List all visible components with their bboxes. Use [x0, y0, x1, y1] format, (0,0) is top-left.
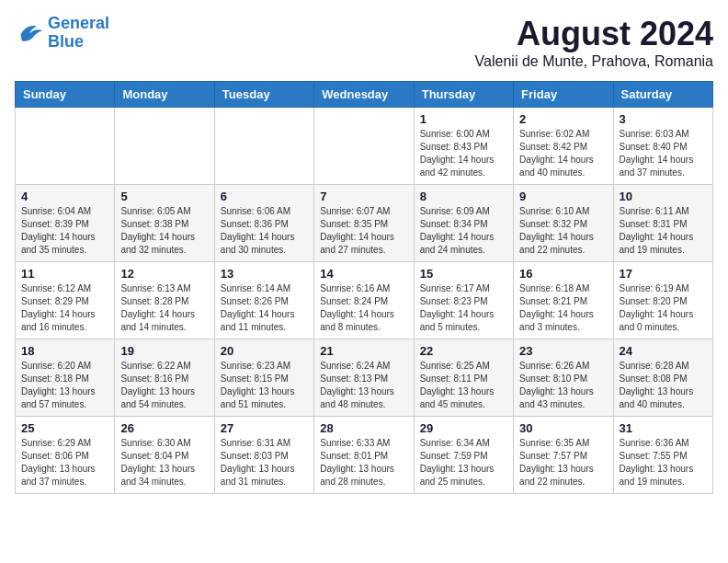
weekday-header-thursday: Thursday	[414, 82, 513, 108]
day-info: Sunrise: 6:24 AM Sunset: 8:13 PM Dayligh…	[320, 360, 407, 411]
logo-text: General Blue	[48, 15, 109, 52]
day-info: Sunrise: 6:19 AM Sunset: 8:20 PM Dayligh…	[620, 282, 707, 334]
calendar-cell: 17Sunrise: 6:19 AM Sunset: 8:20 PM Dayli…	[613, 262, 712, 339]
day-number: 30	[519, 421, 607, 435]
calendar-header: SundayMondayTuesdayWednesdayThursdayFrid…	[16, 82, 713, 108]
calendar-cell: 20Sunrise: 6:23 AM Sunset: 8:15 PM Dayli…	[214, 339, 313, 417]
day-number: 28	[320, 421, 407, 435]
calendar-body: 1Sunrise: 6:00 AM Sunset: 8:43 PM Daylig…	[16, 108, 713, 494]
calendar-cell: 18Sunrise: 6:20 AM Sunset: 8:18 PM Dayli…	[16, 339, 115, 417]
day-info: Sunrise: 6:17 AM Sunset: 8:23 PM Dayligh…	[420, 282, 507, 334]
calendar-cell: 6Sunrise: 6:06 AM Sunset: 8:36 PM Daylig…	[214, 185, 313, 262]
logo: General Blue	[15, 15, 109, 52]
calendar-cell: 3Sunrise: 6:03 AM Sunset: 8:40 PM Daylig…	[613, 108, 712, 185]
location-subtitle: Valenii de Munte, Prahova, Romania	[475, 53, 713, 70]
day-number: 12	[120, 267, 208, 281]
day-number: 6	[221, 190, 308, 203]
calendar-cell: 14Sunrise: 6:16 AM Sunset: 8:24 PM Dayli…	[314, 262, 414, 339]
day-info: Sunrise: 6:28 AM Sunset: 8:08 PM Dayligh…	[620, 360, 707, 411]
calendar-cell: 31Sunrise: 6:36 AM Sunset: 7:55 PM Dayli…	[613, 417, 712, 494]
day-info: Sunrise: 6:18 AM Sunset: 8:21 PM Dayligh…	[519, 282, 607, 334]
day-number: 25	[21, 421, 108, 435]
calendar-cell: 13Sunrise: 6:14 AM Sunset: 8:26 PM Dayli…	[214, 262, 313, 339]
day-info: Sunrise: 6:20 AM Sunset: 8:18 PM Dayligh…	[21, 360, 108, 411]
day-info: Sunrise: 6:23 AM Sunset: 8:15 PM Dayligh…	[221, 360, 308, 411]
day-info: Sunrise: 6:33 AM Sunset: 8:01 PM Dayligh…	[320, 437, 407, 488]
day-number: 15	[420, 267, 507, 281]
day-number: 24	[620, 344, 707, 358]
day-number: 22	[420, 344, 507, 358]
month-title: August 2024	[475, 15, 713, 53]
weekday-header-saturday: Saturday	[613, 82, 712, 108]
day-info: Sunrise: 6:31 AM Sunset: 8:03 PM Dayligh…	[221, 437, 308, 488]
day-number: 3	[620, 112, 707, 126]
day-info: Sunrise: 6:13 AM Sunset: 8:28 PM Dayligh…	[120, 282, 208, 334]
calendar-cell: 9Sunrise: 6:10 AM Sunset: 8:32 PM Daylig…	[514, 185, 613, 262]
day-info: Sunrise: 6:11 AM Sunset: 8:31 PM Dayligh…	[620, 205, 707, 257]
calendar-cell: 27Sunrise: 6:31 AM Sunset: 8:03 PM Dayli…	[214, 417, 313, 494]
day-info: Sunrise: 6:00 AM Sunset: 8:43 PM Dayligh…	[420, 128, 507, 179]
logo-icon	[15, 20, 44, 46]
day-number: 14	[320, 267, 407, 281]
calendar-cell: 7Sunrise: 6:07 AM Sunset: 8:35 PM Daylig…	[314, 185, 414, 262]
day-info: Sunrise: 6:06 AM Sunset: 8:36 PM Dayligh…	[221, 205, 308, 257]
calendar-cell: 1Sunrise: 6:00 AM Sunset: 8:43 PM Daylig…	[414, 108, 513, 185]
weekday-header-monday: Monday	[115, 82, 214, 108]
day-number: 18	[21, 344, 108, 358]
calendar-cell: 10Sunrise: 6:11 AM Sunset: 8:31 PM Dayli…	[613, 185, 712, 262]
calendar-cell: 12Sunrise: 6:13 AM Sunset: 8:28 PM Dayli…	[115, 262, 214, 339]
calendar-cell: 30Sunrise: 6:35 AM Sunset: 7:57 PM Dayli…	[514, 417, 613, 494]
day-number: 17	[620, 267, 707, 281]
calendar-cell: 22Sunrise: 6:25 AM Sunset: 8:11 PM Dayli…	[414, 339, 513, 417]
calendar-week-4: 18Sunrise: 6:20 AM Sunset: 8:18 PM Dayli…	[16, 339, 713, 417]
day-info: Sunrise: 6:10 AM Sunset: 8:32 PM Dayligh…	[519, 205, 607, 257]
calendar-cell: 26Sunrise: 6:30 AM Sunset: 8:04 PM Dayli…	[115, 417, 214, 494]
calendar-cell: 15Sunrise: 6:17 AM Sunset: 8:23 PM Dayli…	[414, 262, 513, 339]
weekday-header-sunday: Sunday	[16, 82, 115, 108]
calendar-cell	[115, 108, 214, 185]
day-info: Sunrise: 6:03 AM Sunset: 8:40 PM Dayligh…	[620, 128, 707, 179]
calendar-week-1: 1Sunrise: 6:00 AM Sunset: 8:43 PM Daylig…	[16, 108, 713, 185]
day-info: Sunrise: 6:35 AM Sunset: 7:57 PM Dayligh…	[519, 437, 607, 488]
day-number: 27	[221, 421, 308, 435]
day-number: 20	[221, 344, 308, 358]
day-number: 19	[120, 344, 208, 358]
day-number: 5	[120, 190, 208, 203]
day-number: 31	[620, 421, 707, 435]
calendar-week-3: 11Sunrise: 6:12 AM Sunset: 8:29 PM Dayli…	[16, 262, 713, 339]
day-info: Sunrise: 6:04 AM Sunset: 8:39 PM Dayligh…	[21, 205, 108, 257]
day-number: 26	[120, 421, 208, 435]
calendar-cell: 21Sunrise: 6:24 AM Sunset: 8:13 PM Dayli…	[314, 339, 414, 417]
day-info: Sunrise: 6:26 AM Sunset: 8:10 PM Dayligh…	[519, 360, 607, 411]
weekday-header-tuesday: Tuesday	[214, 82, 313, 108]
day-info: Sunrise: 6:02 AM Sunset: 8:42 PM Dayligh…	[519, 128, 607, 179]
day-info: Sunrise: 6:14 AM Sunset: 8:26 PM Dayligh…	[221, 282, 308, 334]
calendar-cell	[16, 108, 115, 185]
day-info: Sunrise: 6:09 AM Sunset: 8:34 PM Dayligh…	[420, 205, 507, 257]
day-number: 21	[320, 344, 407, 358]
day-number: 2	[519, 112, 607, 126]
day-number: 1	[420, 112, 507, 126]
page-header: General Blue August 2024 Valenii de Munt…	[15, 15, 713, 70]
calendar-cell	[314, 108, 414, 185]
weekday-header-wednesday: Wednesday	[314, 82, 414, 108]
calendar-cell	[214, 108, 313, 185]
calendar-cell: 19Sunrise: 6:22 AM Sunset: 8:16 PM Dayli…	[115, 339, 214, 417]
day-info: Sunrise: 6:12 AM Sunset: 8:29 PM Dayligh…	[21, 282, 108, 334]
day-number: 9	[519, 190, 607, 203]
calendar-cell: 25Sunrise: 6:29 AM Sunset: 8:06 PM Dayli…	[16, 417, 115, 494]
calendar-cell: 28Sunrise: 6:33 AM Sunset: 8:01 PM Dayli…	[314, 417, 414, 494]
title-section: August 2024 Valenii de Munte, Prahova, R…	[475, 15, 713, 70]
day-number: 4	[21, 190, 108, 203]
day-number: 7	[320, 190, 407, 203]
day-number: 16	[519, 267, 607, 281]
calendar-cell: 2Sunrise: 6:02 AM Sunset: 8:42 PM Daylig…	[514, 108, 613, 185]
day-number: 29	[420, 421, 507, 435]
calendar-table: SundayMondayTuesdayWednesdayThursdayFrid…	[15, 81, 713, 494]
day-number: 8	[420, 190, 507, 203]
day-info: Sunrise: 6:16 AM Sunset: 8:24 PM Dayligh…	[320, 282, 407, 334]
calendar-cell: 5Sunrise: 6:05 AM Sunset: 8:38 PM Daylig…	[115, 185, 214, 262]
calendar-cell: 16Sunrise: 6:18 AM Sunset: 8:21 PM Dayli…	[514, 262, 613, 339]
day-info: Sunrise: 6:36 AM Sunset: 7:55 PM Dayligh…	[620, 437, 707, 488]
day-info: Sunrise: 6:25 AM Sunset: 8:11 PM Dayligh…	[420, 360, 507, 411]
